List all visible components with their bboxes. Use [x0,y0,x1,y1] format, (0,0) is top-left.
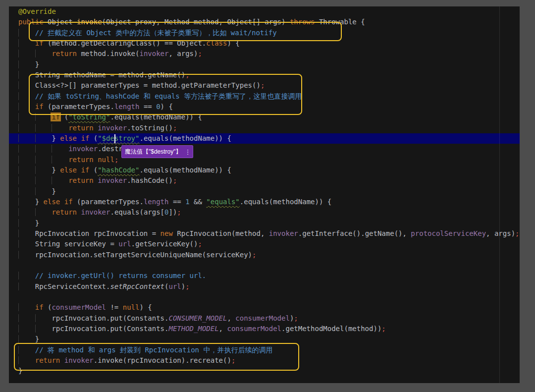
code-token: else [44,198,60,206]
code-token: return [68,156,94,164]
code-line[interactable]: return invoker.equals(args[0]); [18,207,520,218]
code-line[interactable]: @Override [18,6,520,17]
code-line[interactable]: } [18,186,520,197]
code-token: // invoker.getUrl() returns consumer url… [35,272,207,280]
code-line[interactable]: RpcServiceContext.setRpcContext(url); [18,281,520,292]
code-token: throws [290,18,315,26]
indent-guide [18,113,35,121]
code-token: ; [381,325,385,333]
code-token: ; [252,251,256,259]
code-line[interactable]: return method.invoke(invoker, args); [18,49,520,59]
code-line[interactable]: // 拦截定义在 Object 类中的方法（未被子类重写），比如 wait/no… [18,28,520,38]
code-token: consumerModel [52,303,106,311]
code-token: 0 [156,103,160,111]
code-editor[interactable]: @Overridepublic Object invoke(Object pro… [9,6,520,383]
code-line[interactable] [18,260,520,271]
code-token: .getMethodModel(method)) [281,325,381,333]
code-token: else [60,134,77,142]
indent-guide [18,314,35,322]
code-line[interactable]: // 将 method 和 args 封装到 RpcInvocation 中，并… [18,345,520,355]
code-line[interactable] [18,292,520,302]
indent-guide [18,71,35,79]
code-line[interactable]: invoker.destroy(); [18,144,520,154]
code-token: } [52,187,55,195]
code-area[interactable]: @Overridepublic Object invoke(Object pro… [9,6,520,376]
code-token: consumerModel [235,314,290,322]
indent-guide [52,156,68,164]
code-token: , args) [486,229,515,237]
code-token: } [18,367,22,375]
code-token: } [35,335,39,343]
code-token: return [52,50,77,57]
code-line[interactable]: public Object invoke(Object proxy, Metho… [18,17,520,27]
code-line[interactable]: return invoker.toString(); [18,123,520,133]
code-token: (method.getDeclaringClass() == Object. [44,39,207,47]
code-token: ) [181,282,185,290]
indent-guide [18,124,35,132]
code-line[interactable]: if ("toString".equals(methodName)) { [18,112,520,122]
tooltip-label: 魔法值【"$destroy"】 [125,148,182,156]
code-line[interactable]: Class<?>[] parameterTypes = method.getPa… [18,80,520,91]
code-token: , args) [168,50,198,57]
code-token: Throwable { [315,18,365,26]
code-line[interactable]: // invoker.getUrl() returns consumer url… [18,271,520,281]
code-line[interactable]: if (method.getDeclaringClass() == Object… [18,38,520,49]
indent-guide [35,314,52,322]
indent-guide [18,325,35,333]
code-token: class [206,39,227,47]
code-token: .equals(methodName)) { [139,134,231,142]
code-line[interactable]: } [18,59,520,70]
indent-guide [35,187,52,195]
code-token: .hashCode() [127,176,173,184]
code-token: setRpcContext [110,282,164,290]
code-line[interactable]: rpcInvocation.setTargetServiceUniqueName… [18,250,520,260]
indent-guide [52,145,68,153]
code-token: ; [198,50,202,57]
code-token: String serviceKey = [35,240,119,248]
code-token: .equals(args[ [110,208,164,216]
code-line[interactable]: } [18,334,520,344]
code-line[interactable]: } else if ("hashCode".equals(methodName)… [18,165,520,175]
code-line[interactable]: } [18,218,520,228]
indent-guide [18,156,35,164]
code-line[interactable]: } else if ("$destroy".equals(methodName)… [18,133,520,144]
code-token: invoke [77,18,102,26]
code-line[interactable]: RpcInvocation rpcInvocation = new RpcInv… [18,228,520,239]
code-token: ; [173,124,177,132]
code-token: if [81,134,89,142]
code-token: "equals" [206,198,239,206]
code-line[interactable]: return null; [18,155,520,165]
code-token: .equals(methodName)) { [139,166,231,174]
code-line[interactable]: rpcInvocation.put(Constants.METHOD_MODEL… [18,324,520,334]
code-token: , [227,314,235,322]
code-token: ; [515,229,519,237]
code-line[interactable]: rpcInvocation.put(Constants.CONSUMER_MOD… [18,313,520,324]
code-token: if [35,303,44,311]
code-line[interactable]: if (parameterTypes.length == 0) { [18,102,520,112]
code-token: ]) [168,208,177,216]
code-token: else [60,166,77,174]
code-line[interactable]: return invoker.hashCode(); [18,175,520,186]
code-token: protocolServiceKey [411,229,486,237]
code-line[interactable]: String methodName = method.getName(); [18,70,520,80]
indent-guide [18,303,35,311]
code-line[interactable]: if (consumerModel != null) { [18,302,520,313]
code-line[interactable]: return invoker.invoke(rpcInvocation).rec… [18,355,520,366]
indent-guide [18,145,35,153]
code-token: , [219,325,227,333]
code-token: ; [231,356,235,364]
code-token: .getServiceKey() [131,240,198,248]
indent-guide [18,29,35,37]
indent-guide [18,166,35,174]
indent-guide [18,103,35,111]
more-options-icon[interactable]: ⋮ [185,149,191,155]
code-token: (Object proxy, Method method, Object[] a… [102,18,290,26]
code-token: .equals(methodName)) { [240,198,331,206]
code-line[interactable]: } else if (parameterTypes.length == 1 &&… [18,197,520,207]
code-token [94,124,98,132]
code-line[interactable]: // 如果 toString、hashCode 和 equals 等方法被子类重… [18,91,520,102]
indent-guide [35,208,52,216]
code-token: url [168,282,181,290]
code-line[interactable]: String serviceKey = url.getServiceKey(); [18,239,520,249]
code-line[interactable]: } [18,366,520,376]
